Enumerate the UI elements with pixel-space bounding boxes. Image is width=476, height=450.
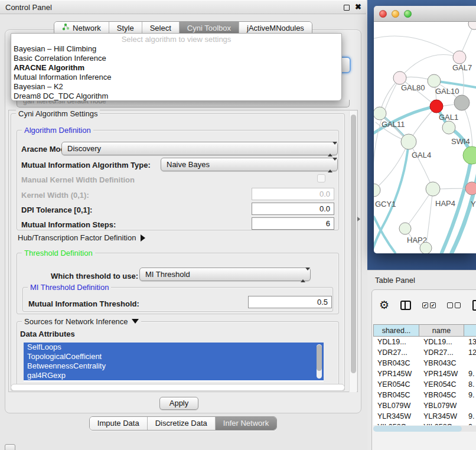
kernel-width-field[interactable]: 0.0 <box>252 188 334 200</box>
table-cell: YLR345W <box>419 411 464 422</box>
table-cell: 12 <box>464 347 476 358</box>
combo-arrows-icon <box>328 161 333 169</box>
expander-down-icon <box>132 319 139 324</box>
table-row[interactable]: YBR045CYBR045C9. <box>373 390 476 400</box>
net-node-label: HAP4 <box>435 199 455 208</box>
algorithm-popup-item[interactable]: ARACNE Algorithm <box>11 63 341 73</box>
minimized-panel-button[interactable] <box>5 444 15 450</box>
vertical-scrollbar[interactable] <box>349 111 357 392</box>
net-node-label: GCY1 <box>375 200 396 208</box>
algorithm-popup-item[interactable]: Bayesian – K2 <box>11 82 341 92</box>
net-edge[interactable] <box>374 36 459 57</box>
mi-threshold-definition-title: MI Threshold Definition <box>28 283 111 292</box>
data-attribute-item[interactable]: gal4RGexp <box>24 371 324 380</box>
table-header-A[interactable]: A <box>464 324 476 337</box>
algorithm-popup-item[interactable]: Dream8 DC_TDC Algorithm <box>11 92 341 101</box>
net-node[interactable] <box>463 146 476 164</box>
net-node[interactable] <box>468 22 476 30</box>
net-node-gal80[interactable] <box>393 71 406 84</box>
control-panel-titlebar: Control Panel ✖ <box>0 0 366 14</box>
mi-threshold-field[interactable]: 0.5 <box>248 296 332 308</box>
dpi-tolerance-label: DPI Tolerance [0,1]: <box>21 206 92 214</box>
algorithm-popup-item[interactable]: Bayesian – Hill Climbing <box>11 44 341 54</box>
data-attributes-list: SelfLoopsTopologicalCoefficientBetweenne… <box>24 343 324 381</box>
table-cell: 9. <box>464 390 476 400</box>
network-window-titlebar[interactable] <box>374 6 476 22</box>
table-row[interactable]: YBR043CYBR043C <box>373 358 476 369</box>
net-node-gal7[interactable] <box>453 51 466 64</box>
apply-button[interactable]: Apply <box>159 397 198 410</box>
float-window-icon[interactable] <box>344 5 350 11</box>
table-header-name[interactable]: name <box>419 324 464 337</box>
dpi-tolerance-field[interactable]: 0.0 <box>252 203 334 215</box>
sources-expander[interactable]: Sources for Network Inference <box>22 317 141 326</box>
net-node-gal11[interactable] <box>374 107 386 120</box>
attr-list-scrollbar-thumb[interactable] <box>317 345 322 371</box>
data-attribute-item[interactable]: BetweennessCentrality <box>24 361 324 371</box>
table-horizontal-scrollbar-thumb[interactable] <box>373 426 462 432</box>
vertical-scrollbar-thumb[interactable] <box>351 115 356 373</box>
table-cell: YER054C <box>419 379 464 390</box>
table-row[interactable]: YER054CYER054C8. <box>373 379 476 390</box>
table-rows: YDL19...YDL19...13YDR27...YDR27...12YBR0… <box>373 337 476 425</box>
horizontal-scrollbar[interactable] <box>11 384 345 391</box>
export-table-icon[interactable] <box>472 300 476 311</box>
table-header-shared...[interactable]: shared... <box>373 324 419 337</box>
table-row[interactable]: YLR345WYLR345W9. <box>373 411 476 422</box>
mi-algorithm-type-select[interactable]: Naive Bayes <box>161 158 338 171</box>
data-attribute-item[interactable]: TopologicalCoefficient <box>24 352 324 361</box>
net-node-gcy1[interactable] <box>374 184 380 197</box>
threshold-definition-title: Threshold Definition <box>22 249 95 257</box>
table-cell: YLR345W <box>373 411 419 422</box>
net-node-hap4[interactable] <box>426 182 440 196</box>
data-attribute-item[interactable]: SelfLoops <box>24 343 324 352</box>
table-horizontal-scrollbar[interactable] <box>373 426 476 432</box>
network-view-window[interactable]: GAL7GAL80GAL10GAL1GAL11SWI4GAL4GCY1HAP4Y… <box>374 6 476 253</box>
table-cell: YIL052C <box>373 422 419 425</box>
which-threshold-select[interactable]: MI Threshold <box>139 268 311 281</box>
table-cell: YBL079W <box>373 400 419 411</box>
algorithm-popup-item[interactable]: Mutual Information Inference <box>11 73 341 82</box>
table-row[interactable]: YDR27...YDR27...12 <box>373 347 476 358</box>
application-screen: Control Panel ✖ NetworkStyleSelectCyni T… <box>0 0 476 450</box>
hub-definition-expander[interactable]: Hub/Transcription Factor Definition <box>18 233 145 242</box>
table-row[interactable]: YDL19...YDL19...13 <box>373 337 476 347</box>
panel-splitter-arrow[interactable] <box>357 217 360 221</box>
net-node-gal10[interactable] <box>428 74 441 87</box>
net-node[interactable] <box>420 242 432 253</box>
minimize-traffic-light-icon[interactable] <box>392 10 399 18</box>
network-graph[interactable]: GAL7GAL80GAL10GAL1GAL11SWI4GAL4GCY1HAP4Y… <box>374 22 476 253</box>
close-traffic-light-icon[interactable] <box>379 10 387 18</box>
tab-discretize-data[interactable]: Discretize Data <box>147 417 215 430</box>
manual-kernel-width-checkbox[interactable] <box>317 174 325 182</box>
zoom-traffic-light-icon[interactable] <box>404 10 412 18</box>
net-edge[interactable] <box>374 142 409 253</box>
net-node-gal4[interactable] <box>401 134 416 149</box>
net-node-gal1[interactable] <box>430 100 443 113</box>
attr-list-scrollbar[interactable] <box>317 344 322 379</box>
table-row[interactable]: YPR145WYPR145W9. <box>373 369 476 379</box>
net-node-y[interactable] <box>465 182 476 195</box>
table-row[interactable]: YBL079WYBL079W <box>373 400 476 411</box>
net-edge[interactable] <box>400 54 459 78</box>
table-row[interactable]: YIL052CYIL052C0. <box>373 422 476 425</box>
aracne-mode-select[interactable]: Discovery <box>61 142 338 155</box>
net-node[interactable] <box>454 95 470 110</box>
network-canvas[interactable]: GAL7GAL80GAL10GAL1GAL11SWI4GAL4GCY1HAP4Y… <box>374 22 476 253</box>
table-cell <box>464 358 476 369</box>
algorithm-popup-item[interactable]: Basic Correlation Inference <box>11 54 341 63</box>
net-node-hap2[interactable] <box>399 223 411 234</box>
table-cell: YPR145W <box>373 369 419 379</box>
deselect-all-checks-icon[interactable] <box>447 302 461 308</box>
select-all-checks-icon[interactable]: ✔✔ <box>422 302 436 308</box>
mi-steps-field[interactable]: 6 <box>252 217 334 230</box>
tab-infer-network[interactable]: Infer Network <box>215 417 276 430</box>
gear-icon[interactable]: ⚙ <box>379 299 389 311</box>
bottom-tabs-segmented: Impute DataDiscretize DataInfer Network <box>89 416 277 431</box>
tab-impute-data[interactable]: Impute Data <box>90 417 147 430</box>
net-node-swi4[interactable] <box>442 121 455 134</box>
net-edge[interactable] <box>374 142 409 190</box>
net-node-label: GAL7 <box>452 63 472 72</box>
close-icon[interactable]: ✖ <box>355 2 361 11</box>
columns-icon[interactable] <box>400 301 411 310</box>
